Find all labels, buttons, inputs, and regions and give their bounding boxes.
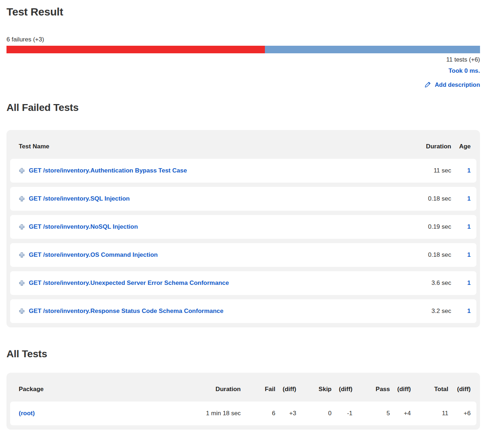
- expand-plus-icon[interactable]: [19, 224, 25, 230]
- failed-tests-table: Test Name Duration Age: [6, 130, 480, 327]
- test-age-link[interactable]: 1: [467, 308, 471, 314]
- failed-test-row: GET /store/inventory.NoSQL Injection 0.1…: [10, 215, 476, 239]
- failed-test-row: GET /store/inventory.OS Command Injectio…: [10, 243, 476, 267]
- test-duration: 3.2 sec: [408, 308, 451, 315]
- expand-plus-icon[interactable]: [19, 308, 25, 314]
- column-header-duration: Duration: [408, 143, 451, 150]
- fail-count: 6: [241, 410, 275, 417]
- column-header-total-diff: (diff): [448, 386, 471, 393]
- test-duration: 0.19 sec: [408, 223, 451, 230]
- package-link[interactable]: (root): [19, 410, 35, 417]
- failures-bar-fill: [6, 46, 265, 53]
- add-description-button[interactable]: Add description: [424, 81, 480, 88]
- column-header-fail: Fail: [241, 386, 275, 393]
- column-header-age: Age: [451, 143, 471, 150]
- pass-count: 5: [352, 410, 390, 417]
- failed-test-row: GET /store/inventory.SQL Injection 0.18 …: [10, 187, 476, 211]
- package-duration: 1 min 18 sec: [187, 410, 241, 417]
- test-age-link[interactable]: 1: [467, 195, 471, 202]
- failed-tests-heading: All Failed Tests: [6, 102, 480, 113]
- test-result-page: Test Result 6 failures (+3) 11 tests (+6…: [0, 0, 493, 440]
- test-result-bar: [6, 46, 480, 53]
- column-header-fail-diff: (diff): [275, 386, 296, 393]
- test-age-link[interactable]: 1: [467, 167, 471, 174]
- all-tests-table-header: Package Duration Fail (diff) Skip (diff)…: [10, 376, 476, 402]
- test-name-link[interactable]: GET /store/inventory.Authentication Bypa…: [29, 167, 187, 174]
- test-duration: 0.18 sec: [408, 195, 451, 202]
- column-header-pass-diff: (diff): [390, 386, 411, 393]
- edit-pencil-icon: [424, 81, 431, 88]
- test-duration: 0.18 sec: [408, 251, 451, 259]
- page-title: Test Result: [6, 6, 480, 18]
- test-duration: 3.6 sec: [408, 279, 451, 287]
- passes-bar-fill: [265, 46, 480, 53]
- test-name-link[interactable]: GET /store/inventory.SQL Injection: [29, 195, 130, 202]
- all-tests-heading: All Tests: [6, 348, 480, 360]
- test-name-link[interactable]: GET /store/inventory.Unexpected Server E…: [29, 279, 229, 287]
- failures-count-label: 6 failures (+3): [6, 36, 480, 43]
- total-count: 11: [411, 410, 448, 417]
- failed-test-row: GET /store/inventory.Response Status Cod…: [10, 299, 476, 323]
- test-duration: 11 sec: [408, 167, 451, 174]
- total-diff: +6: [448, 410, 471, 417]
- column-header-pass: Pass: [352, 386, 390, 393]
- test-age-link[interactable]: 1: [467, 279, 471, 286]
- column-header-duration: Duration: [187, 386, 241, 393]
- all-tests-table: Package Duration Fail (diff) Skip (diff)…: [6, 373, 480, 430]
- package-row: (root) 1 min 18 sec 6 +3 0 -1 5 +4 11 +6: [10, 402, 476, 425]
- test-name-link[interactable]: GET /store/inventory.Response Status Cod…: [29, 308, 223, 315]
- column-header-test-name: Test Name: [19, 143, 408, 150]
- test-name-link[interactable]: GET /store/inventory.NoSQL Injection: [29, 223, 138, 230]
- expand-plus-icon[interactable]: [19, 168, 25, 174]
- took-duration-link[interactable]: Took 0 ms.: [448, 66, 480, 76]
- failed-test-row: GET /store/inventory.Unexpected Server E…: [10, 271, 476, 295]
- test-age-link[interactable]: 1: [467, 251, 471, 258]
- skip-count: 0: [296, 410, 332, 417]
- column-header-package: Package: [19, 386, 187, 393]
- column-header-skip: Skip: [296, 386, 332, 393]
- add-description-label: Add description: [435, 81, 480, 88]
- expand-plus-icon[interactable]: [19, 280, 25, 286]
- expand-plus-icon[interactable]: [19, 196, 25, 202]
- test-name-link[interactable]: GET /store/inventory.OS Command Injectio…: [29, 251, 158, 259]
- column-header-skip-diff: (diff): [332, 386, 352, 393]
- result-meta: 11 tests (+6) Took 0 ms. Add description: [6, 55, 480, 88]
- fail-diff: +3: [275, 410, 296, 417]
- test-age-link[interactable]: 1: [467, 223, 471, 230]
- tests-count-label: 11 tests (+6): [446, 55, 480, 64]
- skip-diff: -1: [332, 410, 352, 417]
- expand-plus-icon[interactable]: [19, 252, 25, 258]
- failed-test-row: GET /store/inventory.Authentication Bypa…: [10, 159, 476, 183]
- failed-tests-table-header: Test Name Duration Age: [10, 134, 476, 159]
- column-header-total: Total: [411, 386, 448, 393]
- pass-diff: +4: [390, 410, 411, 417]
